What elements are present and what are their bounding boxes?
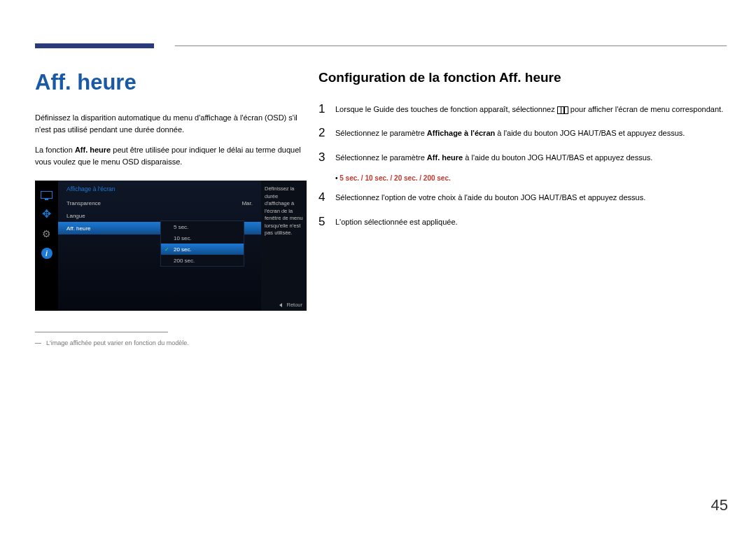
step-number: 4 [318, 190, 335, 204]
s2b: à l'aide du bouton JOG HAUT/BAS et appuy… [495, 129, 685, 137]
s2a: Sélectionnez le paramètre [335, 129, 427, 137]
section-title: Configuration de la fonction Aff. heure [318, 70, 724, 85]
s3bold: Aff. heure [427, 153, 463, 162]
step-text: Sélectionnez le paramètre Affichage à l'… [335, 126, 685, 140]
page-title: Aff. heure [35, 70, 308, 95]
osd-row-label: Langue [66, 213, 85, 219]
osd-help-text: Définissez la durée d'affichage à l'écra… [261, 181, 307, 311]
info-icon: i [40, 246, 54, 260]
step-5: 5 L'option sélectionnée est appliquée. [318, 215, 724, 229]
s1a: Lorsque le Guide des touches de fonction… [335, 105, 557, 113]
header-accent-bar [35, 43, 154, 48]
osd-row-value: Mar. [241, 200, 253, 206]
footnote: L'image affichée peut varier en fonction… [35, 339, 308, 346]
step-3: 3 Sélectionnez le paramètre Aff. heure à… [318, 150, 724, 164]
s2bold: Affichage à l'écran [427, 129, 495, 137]
step-number: 1 [318, 102, 335, 116]
menu-grid-icon [557, 106, 568, 114]
header-rule [175, 45, 727, 46]
monitor-icon [40, 188, 54, 202]
right-column: Configuration de la fonction Aff. heure … [318, 70, 724, 239]
intro-paragraph-2: La fonction Aff. heure peut être utilisé… [35, 144, 308, 168]
intro2-a: La fonction [35, 146, 75, 154]
osd-panel-title: Affichage à l'écran [58, 181, 261, 197]
step-text: Sélectionnez le paramètre Aff. heure à l… [335, 150, 652, 164]
footnote-rule [35, 332, 168, 332]
step-number: 3 [318, 150, 335, 164]
step-4: 4 Sélectionnez l'option de votre choix à… [318, 190, 724, 204]
options-list: 5 sec. / 10 sec. / 20 sec. / 200 sec. [335, 174, 724, 182]
osd-option-200: 200 sec. [161, 255, 244, 266]
s3b: à l'aide du bouton JOG HAUT/BAS et appuy… [463, 153, 652, 162]
s1b: pour afficher l'écran de menu correspond… [568, 105, 723, 113]
left-column: Aff. heure Définissez la disparition aut… [35, 70, 308, 346]
osd-screenshot: ✥ ⚙ i Affichage à l'écran Transparence M… [35, 181, 307, 311]
osd-option-5: 5 sec. [161, 221, 244, 232]
step-2: 2 Sélectionnez le paramètre Affichage à … [318, 126, 724, 140]
osd-dropdown: 5 sec. 10 sec. 20 sec. 200 sec. [160, 220, 244, 267]
osd-back-label: Retour [286, 302, 302, 308]
intro2-bold: Aff. heure [75, 146, 111, 154]
move-icon: ✥ [40, 207, 54, 221]
osd-footer: Retour [279, 302, 302, 308]
osd-row-transparence: Transparence Mar. [58, 197, 261, 209]
s3a: Sélectionnez le paramètre [335, 153, 427, 162]
page-number: 45 [711, 496, 728, 514]
osd-main-panel: Affichage à l'écran Transparence Mar. La… [58, 181, 261, 311]
step-text: Lorsque le Guide des touches de fonction… [335, 102, 723, 116]
step-number: 5 [318, 215, 335, 229]
step-text: L'option sélectionnée est appliquée. [335, 215, 458, 229]
step-text: Sélectionnez l'option de votre choix à l… [335, 190, 645, 204]
osd-sidebar: ✥ ⚙ i [35, 181, 58, 311]
step-number: 2 [318, 126, 335, 140]
back-arrow-icon [279, 303, 282, 307]
intro-paragraph-1: Définissez la disparition automatique du… [35, 112, 308, 136]
osd-row-label: Transparence [66, 200, 101, 206]
gear-icon: ⚙ [40, 227, 54, 241]
osd-row-label: Aff. heure [66, 225, 91, 232]
osd-option-20: 20 sec. [161, 244, 244, 255]
step-1: 1 Lorsque le Guide des touches de foncti… [318, 102, 724, 116]
osd-option-10: 10 sec. [161, 232, 244, 244]
